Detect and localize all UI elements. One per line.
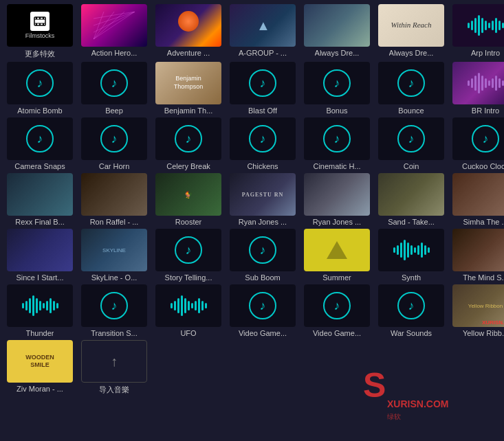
grid-item-the-mind-s[interactable]: The Mind S... <box>450 229 504 282</box>
grid-item-skyline-o[interactable]: SKYLINE SkyLine - O... <box>78 229 150 282</box>
grid-item-video-game1[interactable]: ♪Video Game... <box>227 284 298 337</box>
music-note-icon: ♪ <box>323 125 351 152</box>
item-label-simha-the: Simha The ... <box>463 218 504 226</box>
grid-item-thunder[interactable]: Thunder <box>4 284 76 337</box>
grid-item-simha-the[interactable]: Simha The ... <box>450 173 504 226</box>
grid-item-blast-off[interactable]: ♪Blast Off <box>227 62 298 115</box>
wave-thumb <box>155 284 221 327</box>
grid-item-a-group[interactable]: ▲ A-GROUP - ... <box>227 4 298 59</box>
item-label-ziv-moran: Ziv Moran - ... <box>17 385 63 393</box>
item-label-cuckoo-clock: Cuckoo Clock <box>462 162 504 170</box>
grid-item-cinematic-h[interactable]: ♪Cinematic H... <box>301 117 373 170</box>
grid-item-summer[interactable]: Summer <box>301 229 373 282</box>
since-thumb <box>7 229 73 271</box>
grid-item-coin[interactable]: ♪Coin <box>375 117 447 170</box>
music-note-icon: ♪ <box>249 69 276 97</box>
item-label-video-game2: Video Game... <box>313 329 361 337</box>
grid-item-sand-take[interactable]: Sand - Take... <box>375 173 447 226</box>
item-label-ufo: UFO <box>180 329 196 337</box>
waveform-icon <box>468 15 504 36</box>
grid-item-rexx-final-b[interactable]: Rexx Final B... <box>4 173 76 226</box>
item-label-skyline-o: SkyLine - O... <box>91 273 138 282</box>
brintro-thumb <box>452 62 504 104</box>
grid-item-ziv-moran[interactable]: WOODENSMILE Ziv Moran - ... <box>4 340 76 395</box>
music-note-icon: ♪ <box>26 69 54 97</box>
grid-item-celery-break[interactable]: ♪Celery Break <box>153 117 224 170</box>
item-label-arp-intro: Arp Intro <box>471 49 500 57</box>
grid-item-filmstocks[interactable]: Filmstocks 更多特效 <box>4 4 76 59</box>
music-note-icon: ♪ <box>397 292 425 319</box>
grid-item-bounce[interactable]: ♪Bounce <box>375 62 447 115</box>
grid-item-chickens[interactable]: ♪Chickens <box>227 117 298 170</box>
agroup-thumb: ▲ <box>230 4 296 47</box>
music-thumb: ♪ <box>304 284 370 327</box>
grid-item-sub-boom[interactable]: ♪Sub Boom <box>227 229 298 282</box>
yellowribbon-thumb: Yellow Ribbon XURISN.COM <box>452 284 504 327</box>
music-thumb: ♪ <box>452 117 504 160</box>
sound-grid: Filmstocks 更多特效 Action Hero... Adventure… <box>0 0 504 399</box>
item-label-ryan-jones1: Ryan Jones ... <box>239 218 287 226</box>
grid-item-atomic-bomb[interactable]: ♪Atomic Bomb <box>4 62 76 115</box>
ryanjones2-thumb <box>304 173 370 216</box>
music-thumb: ♪ <box>7 117 73 160</box>
daoru-thumb: ↑ <box>81 340 147 383</box>
pink-grid-thumb <box>81 4 147 47</box>
grid-item-story-telling[interactable]: ♪Story Telling... <box>153 229 224 282</box>
grid-item-synth[interactable]: Synth <box>375 229 447 282</box>
xurisn-watermark: XURISN.COM <box>482 319 504 326</box>
wave-thumb <box>7 284 73 327</box>
waveform-icon <box>22 295 58 316</box>
grid-item-ryan-jones1[interactable]: PAGESTU RN Ryan Jones ... <box>227 173 298 226</box>
sand-thumb <box>378 173 444 216</box>
item-label-rooster: Rooster <box>175 218 202 226</box>
grid-item-ryan-jones2[interactable]: Ryan Jones ... <box>301 173 373 226</box>
grid-item-always-dre2[interactable]: Within Reach Always Dre... <box>375 4 447 59</box>
wave-thumb <box>378 229 444 271</box>
grid-item-yellow-ribbon[interactable]: Yellow Ribbon XURISN.COM Yellow Ribb... <box>450 284 504 337</box>
grid-item-since-i-start[interactable]: Since I Start... <box>4 229 76 282</box>
themind-thumb <box>452 229 504 271</box>
grid-item-br-intro[interactable]: BR Intro <box>450 62 504 115</box>
svg-rect-8 <box>43 23 44 25</box>
import-icon: ↑ <box>111 354 118 370</box>
item-label-story-telling: Story Telling... <box>165 273 212 282</box>
item-label-benjamin-th: Benjamin Th... <box>164 106 213 115</box>
item-label-ron-raffel: Ron Raffel - ... <box>90 218 139 226</box>
grid-item-action-hero[interactable]: Action Hero... <box>78 4 150 59</box>
music-note-icon: ♪ <box>100 125 128 152</box>
item-label-the-mind-s: The Mind S... <box>463 273 504 282</box>
waveform-icon <box>171 295 207 316</box>
grid-item-ron-raffel[interactable]: Ron Raffel - ... <box>78 173 150 226</box>
grid-item-arp-intro[interactable]: Arp Intro <box>450 4 504 59</box>
grid-item-war-sounds[interactable]: ♪War Sounds <box>375 284 447 337</box>
grid-item-cuckoo-clock[interactable]: ♪Cuckoo Clock <box>450 117 504 170</box>
grid-item-car-horn[interactable]: ♪Car Horn <box>78 117 150 170</box>
item-label-camera-snaps: Camera Snaps <box>14 162 65 170</box>
rexx-thumb <box>7 173 73 216</box>
grid-item-always-dre1[interactable]: Always Dre... <box>301 4 373 59</box>
item-label-filmstocks: 更多特效 <box>25 49 55 59</box>
music-note-icon: ♪ <box>26 125 54 152</box>
item-label-transition-s: Transition S... <box>91 329 137 337</box>
grid-item-camera-snaps[interactable]: ♪Camera Snaps <box>4 117 76 170</box>
grid-item-video-game2[interactable]: ♪Video Game... <box>301 284 373 337</box>
grid-item-rooster[interactable]: 🐓 Rooster <box>153 173 224 226</box>
woodensmile-thumb: WOODENSMILE <box>7 340 73 383</box>
item-label-thunder: Thunder <box>26 329 54 337</box>
item-label-adventure: Adventure ... <box>167 49 210 57</box>
grid-item-adventure[interactable]: Adventure ... <box>153 4 224 59</box>
grid-item-benjamin-th[interactable]: BenjaminThompson Benjamin Th... <box>153 62 224 115</box>
ron-thumb <box>81 173 147 216</box>
within-reach-text: Within Reach <box>391 21 432 30</box>
grid-item-daoru[interactable]: ↑ 导入音樂 <box>78 340 150 395</box>
grid-item-transition-s[interactable]: ♪Transition S... <box>78 284 150 337</box>
grid-item-beep[interactable]: ♪Beep <box>78 62 150 115</box>
item-label-bonus: Bonus <box>326 106 347 115</box>
grid-item-bonus[interactable]: ♪Bonus <box>301 62 373 115</box>
music-note-icon: ♪ <box>323 292 351 319</box>
filmstocks-thumb: Filmstocks <box>7 4 73 47</box>
grid-item-ufo[interactable]: UFO <box>153 284 224 337</box>
svg-rect-6 <box>36 23 37 25</box>
skyline-thumb: SKYLINE <box>81 229 147 271</box>
music-thumb: ♪ <box>155 229 221 271</box>
